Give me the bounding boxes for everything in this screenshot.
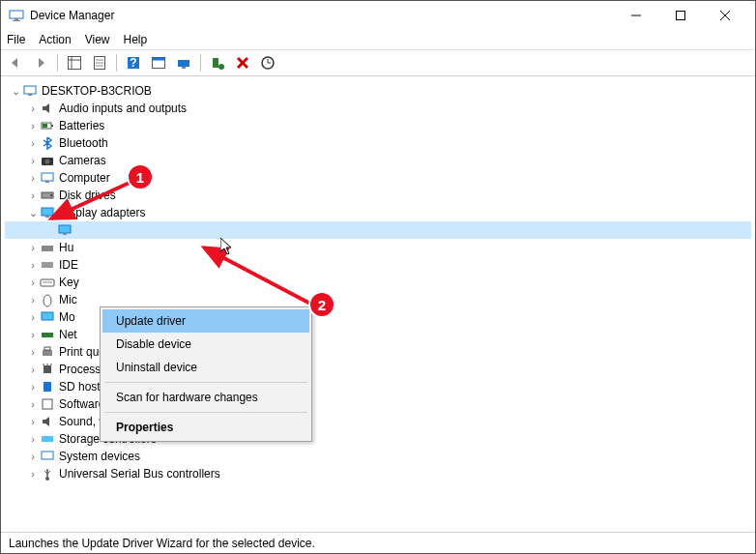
svg-rect-19 bbox=[182, 67, 186, 69]
monitor-icon bbox=[40, 309, 55, 325]
action-button[interactable] bbox=[148, 52, 169, 73]
close-button[interactable] bbox=[703, 1, 747, 30]
chevron-right-icon[interactable]: › bbox=[26, 276, 40, 289]
chevron-right-icon[interactable]: › bbox=[26, 415, 40, 428]
chevron-right-icon[interactable]: › bbox=[26, 345, 40, 359]
chevron-right-icon[interactable]: › bbox=[26, 154, 40, 167]
chevron-right-icon[interactable]: › bbox=[26, 363, 40, 376]
system-icon bbox=[40, 449, 55, 464]
chevron-right-icon[interactable]: › bbox=[26, 258, 40, 272]
chevron-right-icon[interactable]: › bbox=[26, 136, 40, 150]
uninstall-button[interactable] bbox=[232, 52, 253, 73]
audio-icon bbox=[40, 101, 55, 116]
svg-rect-4 bbox=[677, 12, 685, 20]
tree-category[interactable]: ›IDE bbox=[5, 256, 751, 274]
menu-file[interactable]: File bbox=[7, 33, 25, 46]
svg-rect-53 bbox=[44, 382, 51, 392]
chevron-down-icon[interactable]: ⌄ bbox=[9, 84, 22, 98]
tree-category[interactable]: ›Bluetooth bbox=[5, 134, 751, 152]
chevron-right-icon[interactable]: › bbox=[26, 467, 40, 481]
menu-action[interactable]: Action bbox=[39, 33, 71, 46]
chevron-right-icon[interactable]: › bbox=[26, 397, 40, 411]
tree-root[interactable]: ⌄ DESKTOP-B3CRIOB bbox=[5, 82, 751, 100]
tree-category[interactable]: ›Batteries bbox=[5, 117, 751, 134]
tree-category[interactable]: ›Hu bbox=[5, 239, 751, 256]
tree-category[interactable]: ›Computer bbox=[5, 169, 751, 187]
help-button[interactable]: ? bbox=[123, 52, 144, 73]
toolbar: ? bbox=[1, 49, 755, 76]
context-separator bbox=[104, 382, 307, 383]
tree-category[interactable]: ›Disk drives bbox=[5, 187, 751, 204]
annotation-1: 1 bbox=[127, 163, 154, 190]
statusbar: Launches the Update Driver Wizard for th… bbox=[1, 532, 755, 553]
context-properties[interactable]: Properties bbox=[102, 416, 309, 439]
svg-point-35 bbox=[50, 194, 52, 196]
computer-icon bbox=[40, 170, 55, 186]
camera-icon bbox=[40, 153, 55, 168]
chevron-down-icon[interactable]: ⌄ bbox=[26, 206, 40, 219]
tree-category[interactable]: ›System devices bbox=[5, 448, 751, 465]
usb-icon bbox=[40, 466, 55, 481]
bluetooth-icon bbox=[40, 135, 55, 151]
context-scan-hardware[interactable]: Scan for hardware changes bbox=[102, 386, 309, 409]
hid-icon bbox=[40, 240, 55, 255]
svg-rect-54 bbox=[43, 399, 52, 409]
chevron-right-icon[interactable]: › bbox=[26, 189, 40, 202]
svg-rect-18 bbox=[178, 60, 189, 67]
scan-button[interactable] bbox=[173, 52, 194, 73]
context-separator bbox=[104, 412, 307, 413]
app-icon bbox=[9, 8, 24, 23]
back-button[interactable] bbox=[5, 52, 26, 73]
toolbar-divider bbox=[200, 54, 201, 72]
update-button[interactable] bbox=[257, 52, 278, 73]
menu-help[interactable]: Help bbox=[124, 33, 148, 46]
chevron-right-icon[interactable]: › bbox=[26, 171, 40, 185]
chevron-right-icon[interactable]: › bbox=[26, 119, 40, 132]
svg-rect-28 bbox=[51, 125, 53, 127]
svg-rect-41 bbox=[42, 262, 53, 268]
tree-category-display-adapters[interactable]: ⌄Display adapters bbox=[5, 204, 751, 221]
context-update-driver[interactable]: Update driver bbox=[102, 309, 309, 333]
minimize-button[interactable] bbox=[614, 1, 658, 30]
properties-button[interactable] bbox=[89, 52, 110, 73]
chevron-right-icon[interactable]: › bbox=[26, 380, 40, 394]
chevron-right-icon[interactable]: › bbox=[26, 102, 40, 115]
svg-rect-39 bbox=[63, 233, 67, 235]
computer-icon bbox=[22, 83, 38, 99]
context-disable-device[interactable]: Disable device bbox=[102, 333, 309, 356]
chevron-right-icon[interactable]: › bbox=[26, 241, 40, 254]
tree-device-selected[interactable] bbox=[5, 221, 751, 239]
context-uninstall-device[interactable]: Uninstall device bbox=[102, 356, 309, 379]
svg-point-21 bbox=[218, 64, 224, 70]
svg-rect-20 bbox=[213, 58, 218, 68]
tree-category[interactable]: ›Audio inputs and outputs bbox=[5, 100, 751, 117]
svg-rect-29 bbox=[43, 124, 47, 128]
chevron-right-icon[interactable]: › bbox=[26, 293, 40, 306]
svg-rect-47 bbox=[43, 350, 52, 356]
enable-button[interactable] bbox=[207, 52, 228, 73]
toolbar-divider bbox=[116, 54, 117, 72]
display-icon bbox=[57, 222, 73, 238]
mouse-icon bbox=[40, 292, 55, 307]
forward-button[interactable] bbox=[30, 52, 51, 73]
svg-rect-48 bbox=[44, 347, 50, 350]
svg-rect-46 bbox=[42, 333, 53, 337]
tree-category[interactable]: ›Key bbox=[5, 274, 751, 291]
menubar: File Action View Help bbox=[1, 30, 755, 49]
chevron-right-icon[interactable]: › bbox=[26, 310, 40, 324]
menu-view[interactable]: View bbox=[85, 33, 110, 46]
maximize-button[interactable] bbox=[658, 1, 703, 30]
chevron-right-icon[interactable]: › bbox=[26, 328, 40, 341]
tree-category[interactable]: ›Cameras bbox=[5, 152, 751, 169]
tree-category[interactable]: ›Universal Serial Bus controllers bbox=[5, 465, 751, 482]
display-icon bbox=[40, 205, 55, 220]
statusbar-text: Launches the Update Driver Wizard for th… bbox=[9, 537, 315, 550]
svg-rect-17 bbox=[153, 58, 165, 61]
svg-rect-55 bbox=[42, 436, 53, 442]
processor-icon bbox=[40, 362, 55, 377]
show-hidden-button[interactable] bbox=[64, 52, 85, 73]
chevron-right-icon[interactable]: › bbox=[26, 432, 40, 446]
network-icon bbox=[40, 327, 55, 342]
chevron-right-icon[interactable]: › bbox=[26, 450, 40, 463]
svg-point-57 bbox=[45, 477, 49, 481]
